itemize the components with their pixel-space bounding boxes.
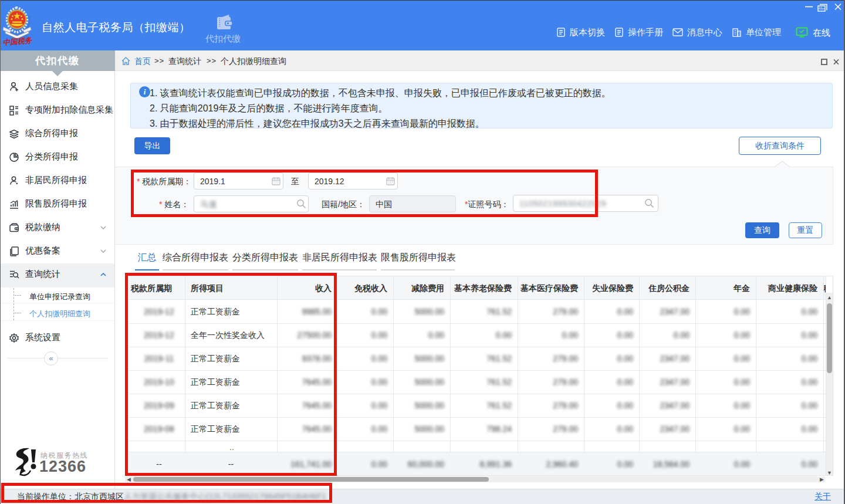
svg-text:中国税务: 中国税务 bbox=[2, 36, 33, 46]
